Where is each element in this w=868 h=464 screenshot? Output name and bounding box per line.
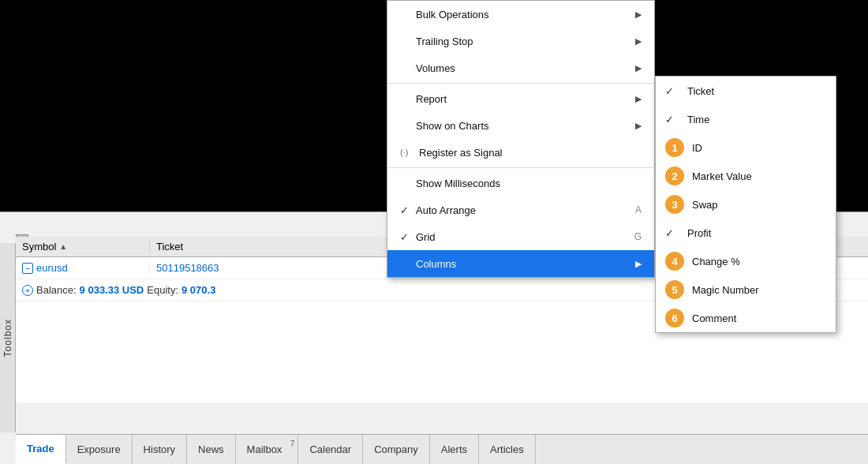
tab-company-label: Company: [374, 443, 418, 455]
arrow-trailing-stop: ▶: [635, 36, 642, 47]
menu-divider-1: [387, 83, 654, 84]
check-grid: ✓: [400, 231, 416, 243]
badge-market-value: 2: [665, 167, 684, 185]
badge-magic-number: 5: [665, 280, 684, 299]
menu-item-trailing-stop[interactable]: Trailing Stop ▶: [387, 28, 654, 54]
balance-value: 9 033.33 USD: [80, 284, 144, 296]
check-ticket: ✓: [665, 85, 679, 97]
equity-value: 9 070.3: [181, 284, 215, 296]
symbol-header-label: Symbol: [22, 241, 56, 253]
submenu-item-time[interactable]: ✓ Time: [656, 105, 836, 133]
arrow-show-on-charts: ▶: [635, 121, 642, 131]
shortcut-auto-arrange: A: [635, 204, 642, 215]
menu-label-volumes: Volumes: [416, 62, 635, 74]
submenu-item-swap[interactable]: 3 Swap: [656, 190, 836, 219]
submenu-label-comment: Comment: [692, 312, 826, 324]
arrow-columns: ▶: [635, 259, 642, 269]
symbol-value: eurusd: [36, 262, 68, 274]
tab-trade[interactable]: Trade: [16, 435, 66, 464]
arrow-report: ▶: [635, 94, 642, 104]
shortcut-grid: G: [634, 231, 642, 242]
badge-comment: 6: [665, 309, 684, 327]
sort-arrow-icon: ▲: [59, 242, 67, 251]
menu-item-volumes[interactable]: Volumes ▶: [387, 54, 654, 81]
tab-news[interactable]: News: [187, 435, 236, 464]
menu-item-bulk-operations[interactable]: Bulk Operations ▶: [387, 1, 654, 28]
menu-label-show-milliseconds: Show Milliseconds: [416, 178, 642, 189]
menu-label-grid: Grid: [416, 231, 634, 243]
menu-item-grid[interactable]: ✓ Grid G: [387, 223, 654, 250]
submenu-item-magic-number[interactable]: 5 Magic Number: [656, 275, 836, 304]
tab-calendar-label: Calendar: [309, 443, 351, 455]
check-time: ✓: [665, 114, 679, 125]
signal-icon: (·): [400, 148, 419, 157]
tab-trade-label: Trade: [27, 443, 54, 455]
symbol-cell: − eurusd: [16, 262, 150, 274]
submenu-item-id[interactable]: 1 ID: [656, 133, 836, 162]
menu-item-register-signal[interactable]: (·) Register as Signal: [387, 139, 654, 166]
tab-mailbox[interactable]: Mailbox 7: [236, 435, 299, 464]
check-auto-arrange: ✓: [400, 204, 416, 216]
context-menu: Bulk Operations ▶ Trailing Stop ▶ Volume…: [387, 0, 655, 278]
toolbox-sidebar[interactable]: Toolbox: [0, 243, 16, 432]
arrow-volumes: ▶: [635, 63, 642, 73]
menu-label-columns: Columns: [416, 258, 635, 270]
tab-exposure[interactable]: Exposure: [66, 435, 133, 464]
submenu-item-ticket[interactable]: ✓ Ticket: [656, 77, 836, 105]
tab-exposure-label: Exposure: [77, 443, 121, 455]
menu-label-bulk-operations: Bulk Operations: [416, 9, 635, 21]
submenu-label-market-value: Market Value: [692, 170, 826, 182]
menu-item-report[interactable]: Report ▶: [387, 85, 654, 112]
ticket-column-header[interactable]: Ticket: [150, 241, 276, 253]
tab-history-label: History: [144, 443, 175, 455]
menu-label-show-on-charts: Show on Charts: [416, 120, 635, 132]
menu-label-trailing-stop: Trailing Stop: [416, 36, 635, 47]
tab-news-label: News: [198, 443, 224, 455]
submenu-item-market-value[interactable]: 2 Market Value: [656, 162, 836, 190]
submenu-item-profit[interactable]: ✓ Profit: [656, 219, 836, 247]
badge-id: 1: [665, 138, 684, 157]
equity-label: Equity:: [147, 284, 178, 296]
tab-calendar[interactable]: Calendar: [298, 435, 363, 464]
collapse-icon[interactable]: −: [22, 263, 33, 274]
submenu-label-magic-number: Magic Number: [692, 284, 826, 296]
menu-label-report: Report: [416, 93, 635, 105]
bottom-tabs: Trade Exposure History News Mailbox 7 Ca…: [16, 434, 868, 464]
tab-articles[interactable]: Articles: [479, 435, 536, 464]
tab-company[interactable]: Company: [363, 435, 430, 464]
check-profit: ✓: [665, 227, 679, 239]
submenu-item-comment[interactable]: 6 Comment: [656, 304, 836, 332]
submenu-label-ticket: Ticket: [687, 85, 826, 97]
toolbox-label: Toolbox: [2, 319, 13, 357]
tab-history[interactable]: History: [133, 435, 187, 464]
ticket-cell: 50119518663: [150, 262, 276, 274]
expand-icon[interactable]: +: [22, 285, 33, 296]
menu-label-register-signal: Register as Signal: [419, 147, 642, 159]
submenu-label-profit: Profit: [687, 227, 826, 239]
ticket-header-label: Ticket: [156, 241, 183, 253]
badge-change-pct: 4: [665, 252, 684, 271]
submenu-label-change-pct: Change %: [692, 256, 826, 268]
submenu-item-change-pct[interactable]: 4 Change %: [656, 247, 836, 275]
balance-label: Balance:: [36, 284, 77, 296]
menu-divider-2: [387, 167, 654, 168]
tab-articles-label: Articles: [490, 443, 524, 455]
columns-submenu: ✓ Ticket ✓ Time 1 ID 2 Market Value 3 Sw…: [655, 76, 836, 333]
menu-item-show-milliseconds[interactable]: Show Milliseconds: [387, 170, 654, 196]
ticket-value: 50119518663: [156, 262, 219, 274]
tab-alerts-label: Alerts: [441, 443, 467, 455]
tab-mailbox-label: Mailbox: [247, 443, 282, 455]
badge-swap: 3: [665, 195, 684, 214]
tab-alerts[interactable]: Alerts: [430, 435, 479, 464]
menu-item-auto-arrange[interactable]: ✓ Auto Arrange A: [387, 196, 654, 223]
arrow-bulk-operations: ▶: [635, 9, 642, 20]
menu-item-columns[interactable]: Columns ▶: [387, 250, 654, 277]
mailbox-badge: 7: [290, 440, 295, 448]
menu-item-show-on-charts[interactable]: Show on Charts ▶: [387, 112, 654, 139]
submenu-label-swap: Swap: [692, 199, 826, 211]
menu-label-auto-arrange: Auto Arrange: [416, 204, 635, 216]
submenu-label-id: ID: [692, 142, 826, 154]
symbol-column-header[interactable]: Symbol ▲: [16, 241, 150, 253]
submenu-label-time: Time: [687, 114, 826, 125]
